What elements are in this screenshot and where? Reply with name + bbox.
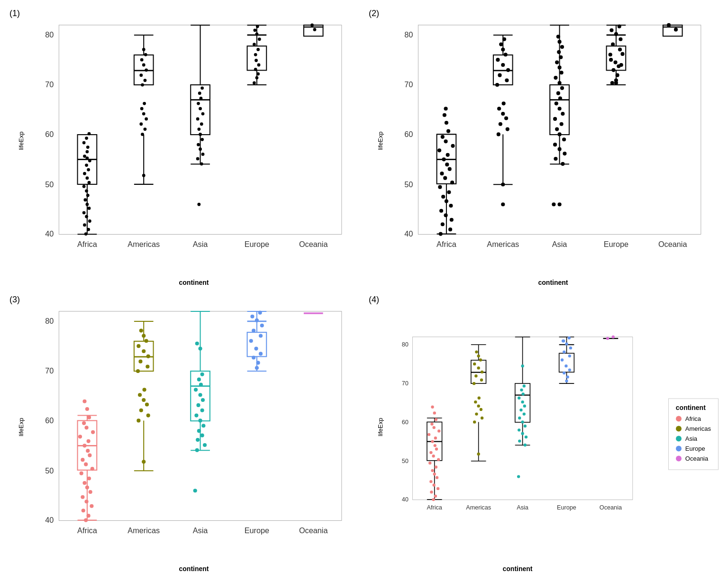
legend-item-asia: Asia bbox=[676, 435, 711, 442]
svg-point-204 bbox=[561, 162, 564, 166]
svg-point-108 bbox=[256, 25, 259, 28]
svg-point-482 bbox=[563, 350, 565, 353]
svg-point-459 bbox=[525, 436, 528, 438]
svg-point-219 bbox=[560, 86, 564, 90]
svg-point-218 bbox=[556, 91, 560, 95]
svg-point-160 bbox=[448, 167, 452, 171]
svg-text:Europe: Europe bbox=[245, 526, 269, 535]
svg-point-296 bbox=[91, 467, 94, 471]
svg-point-285 bbox=[84, 518, 88, 522]
svg-point-227 bbox=[560, 45, 564, 49]
svg-point-230 bbox=[557, 202, 561, 206]
svg-point-83 bbox=[199, 147, 202, 151]
svg-point-480 bbox=[561, 358, 564, 361]
svg-point-353 bbox=[199, 382, 203, 386]
svg-point-179 bbox=[505, 78, 509, 82]
svg-point-250 bbox=[619, 63, 623, 67]
svg-point-70 bbox=[140, 107, 144, 110]
svg-point-329 bbox=[142, 398, 146, 402]
svg-point-440 bbox=[477, 355, 480, 357]
svg-point-149 bbox=[450, 218, 454, 222]
svg-text:40: 40 bbox=[45, 516, 54, 524]
svg-point-470 bbox=[521, 392, 524, 395]
svg-point-113 bbox=[255, 76, 258, 80]
svg-point-320 bbox=[142, 349, 146, 353]
svg-point-258 bbox=[667, 23, 671, 27]
svg-text:Americas: Americas bbox=[127, 240, 160, 248]
svg-point-492 bbox=[562, 339, 565, 342]
svg-point-403 bbox=[434, 495, 437, 498]
svg-point-59 bbox=[139, 73, 143, 77]
svg-point-467 bbox=[523, 404, 526, 407]
svg-point-374 bbox=[256, 361, 260, 364]
svg-point-229 bbox=[556, 35, 560, 38]
svg-point-441 bbox=[475, 350, 478, 353]
svg-point-31 bbox=[82, 211, 86, 214]
svg-text:Oceania: Oceania bbox=[658, 240, 688, 248]
svg-point-404 bbox=[430, 491, 433, 493]
main-grid: (1) lifeExp continent bbox=[0, 0, 728, 582]
svg-point-462 bbox=[524, 425, 527, 427]
svg-point-165 bbox=[451, 144, 455, 148]
y-axis-label-4: lifeExp bbox=[377, 418, 384, 436]
svg-point-91 bbox=[199, 107, 202, 110]
svg-point-193 bbox=[497, 107, 501, 110]
chart-svg-4: 40 50 60 70 80 Africa Americas Asia Euro… bbox=[392, 300, 643, 554]
svg-point-46 bbox=[86, 146, 90, 149]
legend-dot-europe bbox=[676, 446, 682, 451]
svg-point-444 bbox=[475, 412, 478, 415]
svg-point-473 bbox=[521, 364, 524, 367]
svg-point-259 bbox=[674, 27, 678, 31]
svg-point-465 bbox=[523, 412, 526, 415]
svg-point-308 bbox=[85, 407, 89, 411]
svg-point-291 bbox=[89, 490, 92, 494]
svg-point-30 bbox=[85, 215, 88, 218]
svg-point-339 bbox=[193, 489, 197, 492]
panel-3: (3) lifeExp continent 40 50 60 70 80 Afr… bbox=[5, 291, 364, 577]
svg-point-178 bbox=[495, 83, 499, 87]
svg-point-238 bbox=[618, 47, 622, 51]
chart-svg-3: 40 50 60 70 80 Africa Americas Asia Euro… bbox=[33, 300, 355, 554]
svg-point-290 bbox=[81, 495, 84, 499]
svg-point-356 bbox=[198, 347, 202, 351]
svg-point-408 bbox=[436, 476, 438, 479]
svg-point-331 bbox=[143, 388, 146, 391]
svg-point-328 bbox=[145, 402, 149, 406]
svg-point-447 bbox=[474, 400, 477, 403]
svg-point-154 bbox=[441, 195, 445, 199]
svg-text:60: 60 bbox=[45, 416, 54, 425]
svg-point-35 bbox=[86, 194, 90, 197]
svg-text:50: 50 bbox=[402, 458, 409, 464]
svg-point-180 bbox=[498, 73, 501, 77]
svg-point-318 bbox=[138, 360, 142, 364]
svg-point-189 bbox=[506, 127, 510, 131]
svg-point-38 bbox=[88, 181, 91, 184]
svg-point-111 bbox=[254, 68, 257, 71]
svg-point-372 bbox=[259, 352, 263, 355]
svg-text:70: 70 bbox=[45, 366, 54, 375]
svg-point-47 bbox=[82, 141, 86, 145]
svg-point-354 bbox=[197, 378, 201, 382]
svg-point-422 bbox=[432, 426, 435, 429]
svg-point-237 bbox=[609, 53, 612, 56]
svg-point-325 bbox=[136, 418, 140, 422]
svg-point-423 bbox=[430, 422, 433, 425]
x-axis-label-1: continent bbox=[179, 279, 209, 286]
panel-4: (4) lifeExp continent 40 50 60 70 80 Afr… bbox=[364, 291, 723, 577]
svg-point-28 bbox=[83, 223, 86, 227]
boxplot-oceania-2 bbox=[663, 23, 682, 36]
svg-point-481 bbox=[568, 355, 571, 357]
svg-point-188 bbox=[497, 132, 500, 136]
svg-point-369 bbox=[250, 315, 254, 318]
svg-point-321 bbox=[136, 344, 140, 348]
svg-point-220 bbox=[557, 81, 561, 85]
svg-point-434 bbox=[480, 379, 483, 382]
svg-point-241 bbox=[614, 32, 618, 36]
legend-label-europe: Europe bbox=[685, 445, 705, 452]
svg-point-411 bbox=[435, 465, 437, 468]
svg-point-345 bbox=[201, 424, 205, 427]
svg-point-212 bbox=[560, 122, 564, 126]
svg-point-357 bbox=[195, 342, 199, 346]
svg-point-107 bbox=[253, 28, 256, 32]
svg-point-439 bbox=[479, 358, 482, 361]
